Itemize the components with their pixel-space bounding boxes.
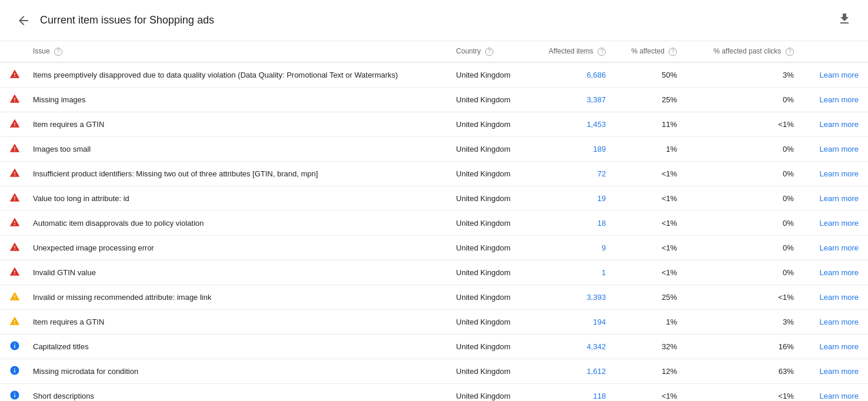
issue-help-icon[interactable]: ? <box>54 48 62 56</box>
row-10-pct-affected: 1% <box>615 309 686 334</box>
row-2-pct-affected: 11% <box>615 112 686 136</box>
row-1-learn-more-link[interactable]: Learn more <box>820 95 859 104</box>
download-button[interactable] <box>835 9 854 31</box>
row-10-icon <box>0 309 24 334</box>
row-5-affected-items: 19 <box>531 186 615 210</box>
row-7-learn-more-link[interactable]: Learn more <box>820 243 859 252</box>
row-4-icon <box>0 161 24 186</box>
col-pct-header: % affected ? <box>615 41 686 62</box>
pct-clicks-help-icon[interactable]: ? <box>786 48 794 56</box>
row-4-learn-more-link[interactable]: Learn more <box>820 169 859 178</box>
row-4-learn-more[interactable]: Learn more <box>803 161 868 186</box>
row-5-pct-affected: <1% <box>615 186 686 210</box>
table-row: Missing microdata for conditionUnited Ki… <box>0 359 868 383</box>
row-11-country: United Kingdom <box>447 334 531 359</box>
row-9-pct-affected: 25% <box>615 285 686 309</box>
pct-help-icon[interactable]: ? <box>669 48 677 56</box>
row-4-pct-affected: <1% <box>615 161 686 186</box>
row-8-pct-past-clicks: 0% <box>686 260 803 285</box>
row-11-pct-past-clicks: 16% <box>686 334 803 359</box>
row-6-country: United Kingdom <box>447 210 531 235</box>
row-9-learn-more[interactable]: Learn more <box>803 285 868 309</box>
row-12-learn-more[interactable]: Learn more <box>803 359 868 383</box>
row-6-pct-affected: <1% <box>615 210 686 235</box>
affected-help-icon[interactable]: ? <box>597 48 606 56</box>
row-1-icon <box>0 87 24 112</box>
row-8-affected-items: 1 <box>531 260 615 285</box>
row-12-learn-more-link[interactable]: Learn more <box>820 367 859 376</box>
row-8-learn-more-link[interactable]: Learn more <box>820 268 859 277</box>
table-row: Items preemptively disapproved due to da… <box>0 62 868 88</box>
row-4-affected-items: 72 <box>531 161 615 186</box>
row-10-pct-past-clicks: 3% <box>686 309 803 334</box>
col-learn-header <box>803 41 868 62</box>
table-row: Images too smallUnited Kingdom1891%0%Lea… <box>0 136 868 161</box>
row-9-country: United Kingdom <box>447 285 531 309</box>
row-8-learn-more[interactable]: Learn more <box>803 260 868 285</box>
table-row: Invalid or missing recommended attribute… <box>0 285 868 309</box>
row-10-learn-more[interactable]: Learn more <box>803 309 868 334</box>
row-9-learn-more-link[interactable]: Learn more <box>820 293 859 302</box>
row-0-learn-more-link[interactable]: Learn more <box>820 71 859 79</box>
table-row: Item requires a GTINUnited Kingdom1,4531… <box>0 112 868 136</box>
row-12-pct-affected: 12% <box>615 359 686 383</box>
row-0-learn-more[interactable]: Learn more <box>803 62 868 88</box>
row-0-country: United Kingdom <box>447 62 531 88</box>
row-7-pct-past-clicks: 0% <box>686 235 803 260</box>
row-5-learn-more-link[interactable]: Learn more <box>820 194 859 203</box>
row-7-learn-more[interactable]: Learn more <box>803 235 868 260</box>
row-1-country: United Kingdom <box>447 87 531 112</box>
row-13-issue: Short descriptions <box>24 383 447 401</box>
row-12-pct-past-clicks: 63% <box>686 359 803 383</box>
row-10-country: United Kingdom <box>447 309 531 334</box>
row-0-pct-affected: 50% <box>615 62 686 88</box>
row-3-learn-more[interactable]: Learn more <box>803 136 868 161</box>
row-5-icon <box>0 186 24 210</box>
row-3-affected-items: 189 <box>531 136 615 161</box>
row-13-icon <box>0 383 24 401</box>
row-6-icon <box>0 210 24 235</box>
row-1-pct-past-clicks: 0% <box>686 87 803 112</box>
table-row: Unexpected image processing errorUnited … <box>0 235 868 260</box>
row-3-pct-past-clicks: 0% <box>686 136 803 161</box>
back-button[interactable] <box>14 11 33 30</box>
row-6-learn-more-link[interactable]: Learn more <box>820 219 859 228</box>
row-13-pct-affected: <1% <box>615 383 686 401</box>
row-6-learn-more[interactable]: Learn more <box>803 210 868 235</box>
row-12-affected-items: 1,612 <box>531 359 615 383</box>
row-6-pct-past-clicks: 0% <box>686 210 803 235</box>
row-1-learn-more[interactable]: Learn more <box>803 87 868 112</box>
row-13-learn-more-link[interactable]: Learn more <box>820 392 859 400</box>
row-12-icon <box>0 359 24 383</box>
row-11-learn-more-link[interactable]: Learn more <box>820 342 859 351</box>
table-row: Automatic item disapprovals due to polic… <box>0 210 868 235</box>
row-5-pct-past-clicks: 0% <box>686 186 803 210</box>
row-8-country: United Kingdom <box>447 260 531 285</box>
row-9-pct-past-clicks: <1% <box>686 285 803 309</box>
row-10-affected-items: 194 <box>531 309 615 334</box>
row-3-icon <box>0 136 24 161</box>
row-2-learn-more[interactable]: Learn more <box>803 112 868 136</box>
row-2-affected-items: 1,453 <box>531 112 615 136</box>
row-8-pct-affected: <1% <box>615 260 686 285</box>
row-5-learn-more[interactable]: Learn more <box>803 186 868 210</box>
country-help-icon[interactable]: ? <box>485 48 493 56</box>
row-3-learn-more-link[interactable]: Learn more <box>820 145 859 153</box>
row-0-issue: Items preemptively disapproved due to da… <box>24 62 447 88</box>
row-3-country: United Kingdom <box>447 136 531 161</box>
row-2-pct-past-clicks: <1% <box>686 112 803 136</box>
col-issue-header: Issue ? <box>24 41 447 62</box>
row-4-country: United Kingdom <box>447 161 531 186</box>
row-2-learn-more-link[interactable]: Learn more <box>820 120 859 129</box>
row-13-country: United Kingdom <box>447 383 531 401</box>
row-11-learn-more[interactable]: Learn more <box>803 334 868 359</box>
table-row: Capitalized titlesUnited Kingdom4,34232%… <box>0 334 868 359</box>
row-8-icon <box>0 260 24 285</box>
row-10-learn-more-link[interactable]: Learn more <box>820 318 859 326</box>
row-13-learn-more[interactable]: Learn more <box>803 383 868 401</box>
row-9-issue: Invalid or missing recommended attribute… <box>24 285 447 309</box>
table-row: Missing imagesUnited Kingdom3,38725%0%Le… <box>0 87 868 112</box>
row-2-icon <box>0 112 24 136</box>
row-0-pct-past-clicks: 3% <box>686 62 803 88</box>
row-2-issue: Item requires a GTIN <box>24 112 447 136</box>
